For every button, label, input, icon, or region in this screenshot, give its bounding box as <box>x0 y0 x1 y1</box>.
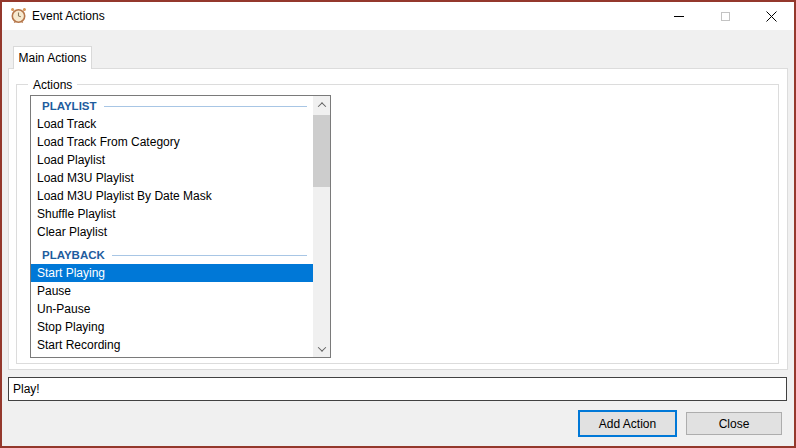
actions-listbox[interactable]: PLAYLISTLoad TrackLoad Track From Catego… <box>30 95 331 358</box>
list-item[interactable]: Start Playing <box>31 264 313 282</box>
window-controls <box>656 2 794 30</box>
list-section-header: PLAYLIST <box>31 97 313 115</box>
scroll-down-button[interactable] <box>313 340 330 357</box>
list-item[interactable]: Pause <box>31 282 313 300</box>
list-item[interactable]: Load M3U Playlist <box>31 169 313 187</box>
close-icon <box>766 11 777 22</box>
actions-group-label: Actions <box>28 78 77 92</box>
maximize-icon <box>721 12 730 21</box>
list-section-header: PLAYBACK <box>31 246 313 264</box>
section-divider-line <box>112 255 307 256</box>
list-rows: PLAYLISTLoad TrackLoad Track From Catego… <box>31 97 313 354</box>
list-item[interactable]: Shuffle Playlist <box>31 205 313 223</box>
event-actions-window: Event Actions Main Actions Actions PLAYL… <box>0 0 796 448</box>
action-text-input[interactable] <box>8 377 787 401</box>
list-scrollbar[interactable] <box>313 96 330 357</box>
list-item[interactable]: Start Recording <box>31 336 313 354</box>
close-button[interactable]: Close <box>686 412 782 435</box>
window-title: Event Actions <box>32 9 105 23</box>
list-item[interactable]: Load Track From Category <box>31 133 313 151</box>
minimize-button[interactable] <box>656 2 702 30</box>
alarm-clock-icon <box>10 7 27 24</box>
list-item[interactable]: Clear Playlist <box>31 223 313 241</box>
list-item[interactable]: Stop Playing <box>31 318 313 336</box>
maximize-button[interactable] <box>702 2 748 30</box>
scroll-up-button[interactable] <box>313 96 330 113</box>
chevron-up-icon <box>317 102 325 110</box>
tab-main-actions[interactable]: Main Actions <box>13 46 92 69</box>
scrollbar-thumb[interactable] <box>313 115 330 187</box>
close-window-button[interactable] <box>748 2 794 30</box>
minimize-icon <box>674 16 684 17</box>
list-item[interactable]: Load M3U Playlist By Date Mask <box>31 187 313 205</box>
list-item[interactable]: Load Playlist <box>31 151 313 169</box>
list-item[interactable]: Load Track <box>31 115 313 133</box>
add-action-button[interactable]: Add Action <box>578 410 677 437</box>
list-item[interactable]: Un-Pause <box>31 300 313 318</box>
section-divider-line <box>104 106 307 107</box>
title-bar: Event Actions <box>2 2 794 30</box>
chevron-down-icon <box>317 343 325 351</box>
